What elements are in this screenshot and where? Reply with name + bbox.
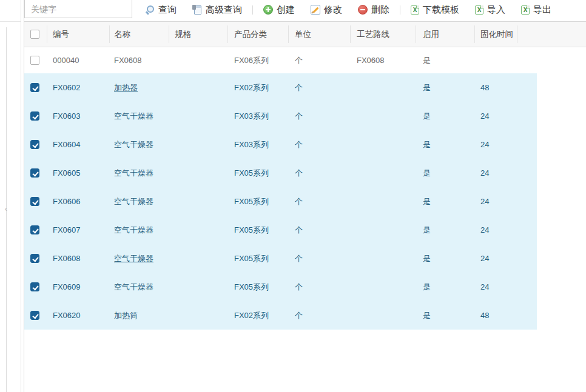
cell-cure_time: 48 bbox=[480, 301, 489, 330]
modify-button[interactable]: 修改 bbox=[303, 4, 350, 16]
search-button[interactable]: 查询 bbox=[137, 4, 184, 16]
import-button[interactable]: 导入 bbox=[467, 4, 513, 16]
cell-name[interactable]: 空气干燥器 bbox=[114, 102, 153, 130]
table-row[interactable]: FX0606空气干燥器FX05系列个是24 bbox=[24, 187, 537, 216]
cell-cure_time: 24 bbox=[480, 273, 489, 301]
cell-code: FX0605 bbox=[53, 159, 81, 187]
cell-category: FX03系列 bbox=[234, 102, 269, 130]
cell-name[interactable]: 空气干燥器 bbox=[114, 244, 153, 273]
excel-file-icon bbox=[475, 5, 483, 15]
edit-pencil-icon bbox=[311, 5, 320, 15]
download-template-button[interactable]: 下载模板 bbox=[403, 4, 467, 16]
table-row[interactable]: FX0605空气干燥器FX05系列个是24 bbox=[24, 159, 537, 187]
create-button[interactable]: 创建 bbox=[255, 4, 303, 16]
row-checkbox[interactable] bbox=[30, 83, 39, 92]
delete-button-label: 删除 bbox=[371, 4, 389, 16]
splitter-line-outer bbox=[21, 0, 21, 392]
row-checkbox[interactable] bbox=[30, 140, 39, 149]
cell-category: FX05系列 bbox=[234, 244, 269, 273]
search-icon bbox=[145, 5, 155, 15]
cell-name[interactable]: 加热筒 bbox=[114, 301, 138, 330]
download-template-button-label: 下载模板 bbox=[423, 4, 459, 16]
table-row[interactable]: FX0609空气干燥器FX05系列个是24 bbox=[24, 273, 537, 301]
advanced-search-icon bbox=[192, 5, 202, 15]
cell-unit: 个 bbox=[295, 47, 303, 73]
cell-unit: 个 bbox=[295, 130, 303, 159]
column-header-cure_time[interactable]: 固化时间 bbox=[480, 22, 513, 47]
cell-category: FX03系列 bbox=[234, 130, 269, 159]
row-checkbox[interactable] bbox=[30, 311, 39, 320]
search-button-label: 查询 bbox=[158, 4, 177, 16]
row-checkbox[interactable] bbox=[30, 168, 39, 178]
cell-name[interactable]: 空气干燥器 bbox=[114, 159, 153, 187]
row-checkbox-cell bbox=[30, 244, 39, 273]
cell-enabled: 是 bbox=[423, 244, 431, 273]
table-row[interactable]: FX0608空气干燥器FX05系列个是24 bbox=[24, 244, 537, 273]
cell-category: FX05系列 bbox=[234, 187, 269, 216]
row-checkbox[interactable] bbox=[30, 225, 39, 234]
left-panel-divider bbox=[0, 21, 21, 22]
keyword-input[interactable] bbox=[24, 0, 132, 18]
row-checkbox[interactable] bbox=[30, 282, 39, 291]
header-column-separator bbox=[350, 25, 351, 43]
header-column-separator bbox=[109, 25, 110, 43]
excel-file-icon bbox=[411, 5, 419, 15]
column-header-unit[interactable]: 单位 bbox=[295, 22, 311, 47]
column-header-enabled[interactable]: 启用 bbox=[423, 22, 439, 47]
table-row[interactable]: FX0620加热筒FX02系列个是48 bbox=[24, 301, 537, 330]
column-header-code[interactable]: 编号 bbox=[53, 22, 69, 47]
toolbar: 查询高级查询创建修改删除下载模板导入导出 bbox=[24, 0, 586, 21]
cell-name[interactable]: FX0608 bbox=[114, 47, 142, 73]
toolbar-buttons: 查询高级查询创建修改删除下载模板导入导出 bbox=[137, 0, 559, 19]
cell-cure_time: 24 bbox=[480, 159, 489, 187]
cell-name[interactable]: 空气干燥器 bbox=[114, 273, 153, 301]
delete-minus-icon bbox=[358, 5, 368, 15]
cell-category: FX05系列 bbox=[234, 273, 269, 301]
table-row[interactable]: 000040FX0608FX06系列个FX0608是 bbox=[24, 47, 586, 73]
cell-code: FX0604 bbox=[53, 130, 81, 159]
cell-unit: 个 bbox=[295, 244, 303, 273]
cell-category: FX02系列 bbox=[234, 301, 269, 330]
cell-code: 000040 bbox=[53, 47, 79, 73]
cell-enabled: 是 bbox=[423, 273, 431, 301]
cell-name[interactable]: 加热器 bbox=[114, 73, 138, 102]
table-row[interactable]: FX0602加热器FX02系列个是48 bbox=[24, 73, 537, 102]
table-row[interactable]: FX0607空气干燥器FX05系列个是24 bbox=[24, 216, 537, 244]
row-checkbox[interactable] bbox=[30, 56, 39, 65]
column-header-route[interactable]: 工艺路线 bbox=[357, 22, 389, 47]
cell-name[interactable]: 空气干燥器 bbox=[114, 130, 153, 159]
modify-button-label: 修改 bbox=[324, 4, 342, 16]
table-row[interactable]: FX0604空气干燥器FX03系列个是24 bbox=[24, 130, 537, 159]
cell-enabled: 是 bbox=[423, 102, 431, 130]
row-checkbox-cell bbox=[30, 301, 39, 330]
cell-cure_time: 48 bbox=[480, 73, 489, 102]
table-row[interactable]: FX0603空气干燥器FX03系列个是24 bbox=[24, 102, 537, 130]
cell-unit: 个 bbox=[295, 273, 303, 301]
column-header-spec[interactable]: 规格 bbox=[175, 22, 191, 47]
cell-name[interactable]: 空气干燥器 bbox=[114, 187, 153, 216]
row-checkbox-cell bbox=[30, 159, 39, 187]
cell-unit: 个 bbox=[295, 216, 303, 244]
row-checkbox-cell bbox=[30, 102, 39, 130]
cell-enabled: 是 bbox=[423, 159, 431, 187]
column-header-category[interactable]: 产品分类 bbox=[234, 22, 267, 47]
cell-enabled: 是 bbox=[423, 187, 431, 216]
cell-code: FX0602 bbox=[53, 73, 81, 102]
cell-cure_time: 24 bbox=[480, 244, 489, 273]
collapse-panel-icon[interactable]: ‹ bbox=[2, 204, 10, 214]
row-checkbox[interactable] bbox=[30, 254, 39, 263]
row-checkbox[interactable] bbox=[30, 197, 39, 206]
delete-button[interactable]: 删除 bbox=[350, 4, 397, 16]
advanced-search-button[interactable]: 高级查询 bbox=[184, 4, 250, 16]
export-button[interactable]: 导出 bbox=[513, 4, 559, 16]
cell-cure_time: 24 bbox=[480, 102, 489, 130]
header-column-separator bbox=[517, 25, 517, 43]
cell-code: FX0608 bbox=[53, 244, 81, 273]
row-checkbox-cell bbox=[30, 47, 39, 73]
select-all-checkbox[interactable] bbox=[30, 30, 39, 39]
main-content: 查询高级查询创建修改删除下载模板导入导出 编号名称规格产品分类单位工艺路线启用固… bbox=[24, 0, 586, 392]
cell-name[interactable]: 空气干燥器 bbox=[114, 216, 153, 244]
column-header-name[interactable]: 名称 bbox=[114, 22, 130, 47]
header-column-separator bbox=[47, 25, 47, 43]
row-checkbox[interactable] bbox=[30, 111, 39, 121]
